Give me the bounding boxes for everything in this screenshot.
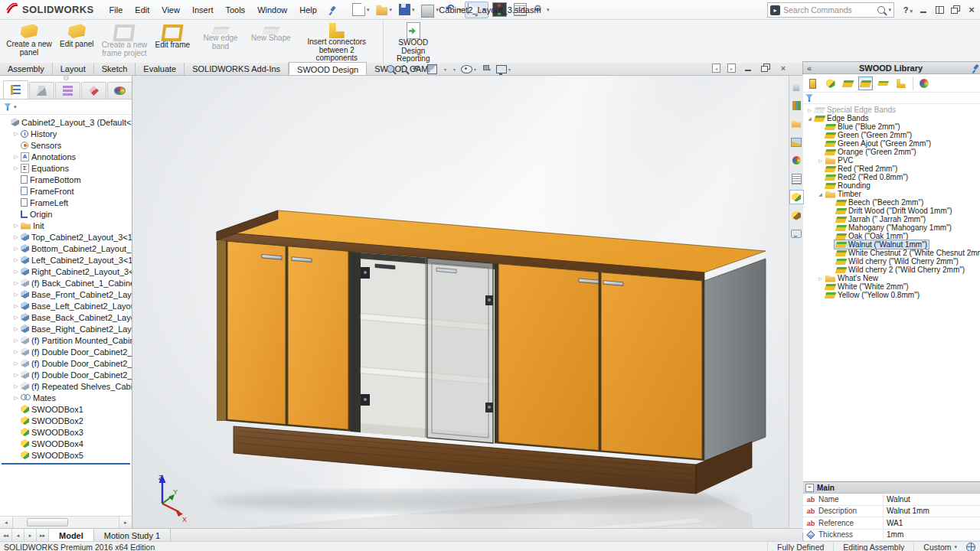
expander-icon[interactable]: ▷	[817, 276, 824, 281]
property-value[interactable]: WA1	[883, 517, 980, 529]
library-tree-item[interactable]: ▷ PVC	[803, 156, 980, 165]
feature-tree-item[interactable]: ▷ (f) Double Door_Cabinet2_2_Cabinet2_	[0, 357, 132, 369]
property-value[interactable]: Walnut 1mm	[883, 506, 980, 517]
library-tree-item[interactable]: ◢ Edge Bands	[803, 114, 980, 122]
library-tree-item[interactable]: Drift Wood ("Drift Wood 1mm")	[803, 207, 980, 215]
tree-filter-bar[interactable]: ▾	[0, 99, 132, 115]
feature-tree-item[interactable]: ▷ (f) Repeated Shelves_Cabinet2_Layout_	[0, 380, 132, 392]
library-tool-button[interactable]	[823, 77, 838, 90]
expander-icon[interactable]: ▷	[12, 165, 20, 171]
library-tree-item[interactable]: Jarrah (" Jarrah 2mm")	[803, 215, 980, 223]
window-next-icon[interactable]: ▸	[727, 64, 736, 73]
expander-icon[interactable]: ▷	[12, 234, 20, 240]
library-tree-item[interactable]: Mahogany ("Mahogany 1mm")	[803, 223, 980, 232]
expander-icon[interactable]: ▷	[12, 269, 20, 275]
menu-item[interactable]: Help	[293, 2, 323, 18]
doc-minimize-button[interactable]	[743, 64, 753, 73]
task-pane-tab[interactable]	[789, 153, 804, 168]
ribbon-button[interactable]: Edit frame	[151, 19, 194, 63]
library-tree-item[interactable]: Red2 ("Red 0.8mm")	[803, 173, 980, 181]
library-tree-item[interactable]: White ("White 2mm")	[803, 282, 980, 291]
tile-button[interactable]	[934, 5, 945, 15]
config-selector[interactable]: Custom ▾	[913, 542, 966, 551]
quick-tool-button[interactable]	[418, 2, 442, 18]
tab-scroll-left-icon[interactable]: ◂	[12, 529, 24, 542]
task-pane-tab[interactable]	[789, 171, 804, 186]
feature-tree-item[interactable]: SWOODBox3	[0, 426, 132, 438]
ribbon-button[interactable]: Insert connectors between 2 components	[295, 19, 379, 63]
library-tree-item[interactable]: Red ("Red 2mm")	[803, 165, 980, 173]
scroll-right-icon[interactable]: ▸	[119, 517, 132, 528]
panel-tab[interactable]	[81, 82, 106, 99]
view-tool-button[interactable]	[443, 67, 446, 72]
expander-icon[interactable]: ▷	[12, 154, 20, 160]
property-row[interactable]: Description Walnut 1mm	[803, 506, 980, 518]
expander-icon[interactable]: ◢	[806, 116, 813, 121]
tab-scroll-first-icon[interactable]: ◂◂	[0, 529, 12, 542]
feature-tree-item[interactable]: ▷ History	[0, 128, 132, 139]
expander-icon[interactable]: ▷	[12, 257, 20, 263]
task-pane-tab[interactable]	[789, 135, 804, 149]
expander-icon[interactable]: ▷	[12, 349, 20, 355]
view-tool-button[interactable]	[427, 64, 437, 74]
task-pane-tab[interactable]	[789, 208, 804, 223]
command-tab[interactable]: Sketch	[94, 63, 136, 75]
feature-tree-item[interactable]: FrameFront	[0, 185, 132, 197]
feature-tree-item[interactable]: ▷ Init	[0, 220, 132, 231]
ribbon-button[interactable]: Create a new frame project	[97, 19, 151, 63]
quick-tool-button[interactable]	[465, 2, 488, 18]
feature-tree-item[interactable]: ▷ Left_Cabinet2_Layout_3<1> (Default<	[0, 254, 132, 266]
library-tree-item[interactable]: ▷ Special Edge Bands	[803, 106, 980, 114]
feature-tree-item[interactable]: ▷ Top_Cabinet2_Layout_3<1> (Default<	[0, 231, 132, 243]
expander-icon[interactable]: ◢	[817, 191, 824, 197]
library-tool-button[interactable]	[841, 77, 855, 90]
expander-icon[interactable]: ▷	[12, 395, 20, 401]
quick-tool-button[interactable]	[396, 2, 418, 18]
expander-icon[interactable]: ▷	[12, 280, 20, 286]
units-globe-icon[interactable]	[966, 543, 975, 551]
pin-panel-icon[interactable]	[971, 64, 980, 73]
doc-restore-button[interactable]	[760, 64, 771, 73]
properties-group-header[interactable]: − Main	[803, 482, 980, 494]
expander-icon[interactable]: ▷	[12, 337, 20, 344]
window-prev-icon[interactable]: ◂	[712, 64, 720, 73]
feature-tree-item[interactable]: ▷ Base_Right_Cabinet2_Layout_3<1> (D	[0, 323, 132, 334]
feature-tree-item[interactable]: ▷ Base_Left_Cabinet2_Layout_3<1> (Def	[0, 300, 132, 311]
expander-icon[interactable]: ▷	[12, 292, 20, 298]
expander-icon[interactable]: ▷	[12, 223, 20, 229]
ribbon-button[interactable]: New Shape	[247, 19, 295, 63]
library-tool-button[interactable]	[893, 77, 908, 90]
library-tree-item[interactable]: Orange ("Green 2mm")	[803, 148, 980, 156]
feature-tree-item[interactable]: ▷ Base_Back_Cabinet2_Layout_3<1> (De	[0, 311, 132, 323]
close-button[interactable]: ×	[966, 5, 977, 15]
document-tab[interactable]: Motion Study 1	[94, 529, 171, 542]
menu-item[interactable]: File	[103, 2, 129, 18]
expander-icon[interactable]: ▷	[12, 131, 20, 137]
tab-scroll-last-icon[interactable]: ▸▸	[37, 529, 49, 542]
feature-tree-item[interactable]: ▷ Equations	[0, 162, 132, 174]
library-tool-button[interactable]	[913, 77, 931, 90]
model-cabinet[interactable]: Z Y X	[132, 75, 789, 528]
property-row[interactable]: Name Walnut	[803, 494, 980, 506]
feature-tree-item[interactable]: FrameLeft	[0, 197, 132, 208]
view-tool-button[interactable]	[496, 65, 511, 73]
graphics-viewport[interactable]: Z Y X	[132, 75, 789, 528]
restore-button[interactable]	[950, 5, 961, 15]
collapse-group-icon[interactable]: −	[805, 484, 814, 492]
feature-tree-item[interactable]: ▷ (f) Double Door_Cabinet2_1_Cabinet2_	[0, 346, 132, 357]
library-tree-item[interactable]: ▷ What's New	[803, 274, 980, 282]
library-tree-item[interactable]: Wild cherry ("Wild Cherry 2mm")	[803, 257, 980, 266]
view-tool-button[interactable]	[400, 65, 407, 73]
minimize-button[interactable]	[918, 5, 929, 15]
expander-icon[interactable]: ▷	[12, 360, 20, 367]
library-tree-item[interactable]: Green ("Green 2mm")	[803, 131, 980, 139]
tab-scroll-right-icon[interactable]: ▸	[24, 529, 37, 542]
help-button[interactable]: ?	[903, 5, 913, 15]
panel-collapse-icon[interactable]: «	[803, 64, 815, 73]
expander-icon[interactable]: ▷	[12, 326, 20, 332]
expander-icon[interactable]: ▷	[817, 158, 824, 163]
feature-tree-item[interactable]: SWOODBox4	[0, 438, 132, 449]
library-tree-item[interactable]: Blue ("Blue 2mm")	[803, 122, 980, 131]
command-tab[interactable]: SWOOD Design	[289, 62, 367, 75]
feature-tree-item[interactable]: ▷ Right_Cabinet2_Layout_3<1> (Default	[0, 266, 132, 277]
